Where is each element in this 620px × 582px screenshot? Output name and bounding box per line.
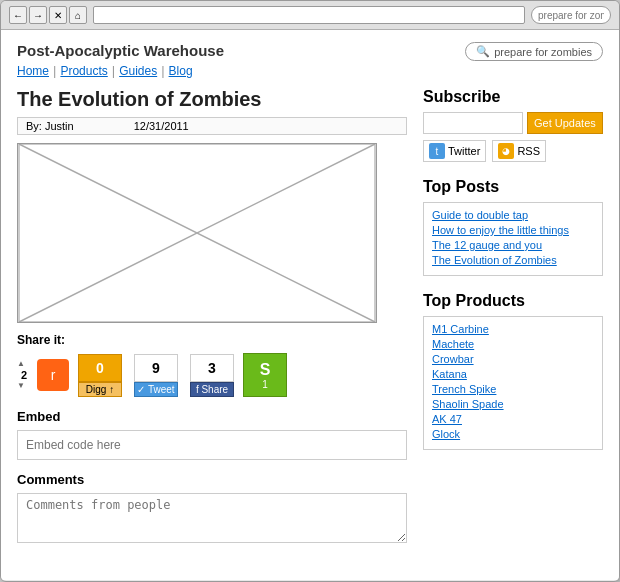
url-bar[interactable] xyxy=(93,6,525,24)
facebook-label: f Share xyxy=(190,382,234,397)
twitter-label: Twitter xyxy=(448,145,480,157)
top-posts-section: Top Posts Guide to double tap How to enj… xyxy=(423,178,603,276)
nav-home[interactable]: Home xyxy=(17,64,49,78)
rss-label: RSS xyxy=(517,145,540,157)
rss-icon: ◕ xyxy=(498,143,514,159)
tweet-count: 9 xyxy=(134,354,178,382)
stop-button[interactable]: ✕ xyxy=(49,6,67,24)
share-label: Share it: xyxy=(17,333,407,347)
browser-search[interactable] xyxy=(531,6,611,24)
sidebar: Subscribe Get Updates t Twitter ◕ RSS xyxy=(423,88,603,546)
comments-section: Comments xyxy=(17,472,407,546)
list-item[interactable]: Machete xyxy=(432,338,594,350)
browser-window: ← → ✕ ⌂ Post-Apocalyptic Warehouse Home … xyxy=(0,0,620,582)
list-item[interactable]: Katana xyxy=(432,368,594,380)
list-item[interactable]: Glock xyxy=(432,428,594,440)
vote-down-button[interactable]: ▼ xyxy=(17,381,31,391)
nav-products[interactable]: Products xyxy=(60,64,107,78)
digg-button[interactable]: 0 Digg ↑ xyxy=(75,354,125,397)
list-item[interactable]: M1 Carbine xyxy=(432,323,594,335)
embed-input[interactable] xyxy=(17,430,407,460)
list-item[interactable]: How to enjoy the little things xyxy=(432,224,594,236)
get-updates-button[interactable]: Get Updates xyxy=(527,112,603,134)
su-icon: S xyxy=(260,361,271,379)
article-author: By: Justin xyxy=(26,120,74,132)
site-title: Post-Apocalyptic Warehouse xyxy=(17,42,224,59)
page-content: Post-Apocalyptic Warehouse Home | Produc… xyxy=(1,30,619,580)
nav-buttons: ← → ✕ ⌂ xyxy=(9,6,87,24)
list-item[interactable]: Trench Spike xyxy=(432,383,594,395)
article-meta: By: Justin 12/31/2011 xyxy=(17,117,407,135)
reddit-button[interactable]: r xyxy=(37,359,69,391)
main-column: The Evolution of Zombies By: Justin 12/3… xyxy=(17,88,407,546)
subscribe-input[interactable] xyxy=(423,112,523,134)
list-item[interactable]: The Evolution of Zombies xyxy=(432,254,594,266)
comments-label: Comments xyxy=(17,472,407,487)
nav-blog[interactable]: Blog xyxy=(169,64,193,78)
rss-badge[interactable]: ◕ RSS xyxy=(492,140,546,162)
subscribe-section: Subscribe Get Updates t Twitter ◕ RSS xyxy=(423,88,603,162)
tweet-button[interactable]: 9 ✓ Tweet xyxy=(131,354,181,397)
twitter-icon: t xyxy=(429,143,445,159)
top-products-section: Top Products M1 Carbine Machete Crowbar … xyxy=(423,292,603,450)
site-search[interactable]: 🔍 prepare for zombies xyxy=(465,42,603,61)
tweet-label: ✓ Tweet xyxy=(134,382,178,397)
vote-count: 2 xyxy=(21,369,27,381)
stumbleupon-button[interactable]: S 1 xyxy=(243,353,287,397)
list-item[interactable]: The 12 gauge and you xyxy=(432,239,594,251)
list-item[interactable]: Guide to double tap xyxy=(432,209,594,221)
home-button[interactable]: ⌂ xyxy=(69,6,87,24)
browser-toolbar: ← → ✕ ⌂ xyxy=(1,1,619,30)
twitter-badge[interactable]: t Twitter xyxy=(423,140,486,162)
embed-label: Embed xyxy=(17,409,407,424)
digg-count: 0 xyxy=(78,354,122,382)
list-item[interactable]: AK 47 xyxy=(432,413,594,425)
article-date: 12/31/2011 xyxy=(134,120,189,132)
share-section: Share it: ▲ 2 ▼ r xyxy=(17,333,407,397)
main-layout: The Evolution of Zombies By: Justin 12/3… xyxy=(17,88,603,546)
comments-textarea[interactable] xyxy=(17,493,407,543)
facebook-button[interactable]: 3 f Share xyxy=(187,354,237,397)
back-button[interactable]: ← xyxy=(9,6,27,24)
social-icons-row: t Twitter ◕ RSS xyxy=(423,140,603,162)
facebook-count: 3 xyxy=(190,354,234,382)
list-item[interactable]: Crowbar xyxy=(432,353,594,365)
vote-up-button[interactable]: ▲ xyxy=(17,359,31,369)
top-posts-title: Top Posts xyxy=(423,178,603,196)
su-count: 1 xyxy=(262,379,268,390)
search-icon: 🔍 xyxy=(476,45,490,58)
top-products-list: M1 Carbine Machete Crowbar Katana Trench… xyxy=(423,316,603,450)
nav-guides[interactable]: Guides xyxy=(119,64,157,78)
vote-widget: ▲ 2 ▼ xyxy=(17,359,31,391)
digg-label: Digg ↑ xyxy=(78,382,122,397)
article-image xyxy=(17,143,377,323)
nav-bar: Home | Products | Guides | Blog xyxy=(17,63,224,78)
list-item[interactable]: Shaolin Spade xyxy=(432,398,594,410)
top-products-title: Top Products xyxy=(423,292,603,310)
embed-section: Embed xyxy=(17,409,407,472)
top-posts-list: Guide to double tap How to enjoy the lit… xyxy=(423,202,603,276)
article-title: The Evolution of Zombies xyxy=(17,88,407,111)
forward-button[interactable]: → xyxy=(29,6,47,24)
share-buttons: ▲ 2 ▼ r 0 Digg ↑ xyxy=(17,353,407,397)
subscribe-title: Subscribe xyxy=(423,88,603,106)
search-text: prepare for zombies xyxy=(494,46,592,58)
subscribe-row: Get Updates xyxy=(423,112,603,134)
